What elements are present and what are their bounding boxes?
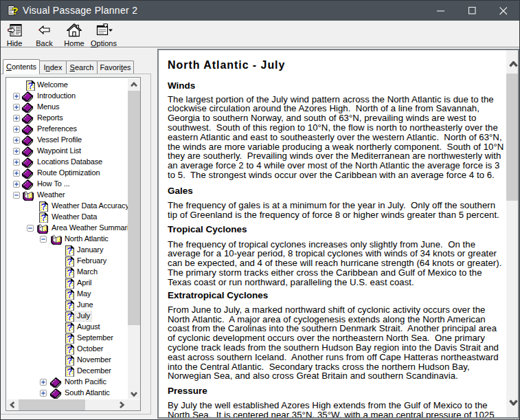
svg-text:?: ?	[12, 5, 18, 16]
